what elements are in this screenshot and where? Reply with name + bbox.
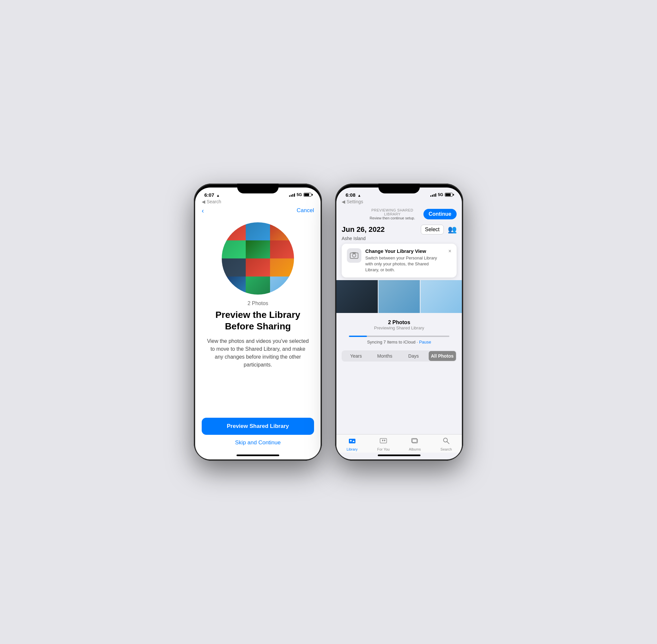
location-label: Ashe Island bbox=[336, 235, 462, 244]
battery-icon-1 bbox=[303, 193, 312, 197]
battery-fill-1 bbox=[304, 193, 309, 196]
home-indicator-1 bbox=[236, 455, 279, 456]
tooltip-description: Switch between your Personal Library wit… bbox=[365, 255, 443, 273]
tab-search[interactable]: Search bbox=[431, 437, 462, 451]
photo-tile-4 bbox=[222, 240, 246, 258]
phone-2: 6:08 ▲ 5G ◀ Settings bbox=[335, 184, 463, 461]
tooltip-close-button[interactable]: × bbox=[448, 248, 451, 254]
bar-2 bbox=[291, 195, 292, 197]
date-row: Jun 26, 2022 Select 👥 bbox=[336, 222, 462, 235]
photo-tile-10 bbox=[222, 277, 246, 295]
pause-link[interactable]: Pause bbox=[419, 340, 431, 345]
back-button-1[interactable]: ‹ bbox=[202, 207, 205, 214]
svg-rect-3 bbox=[349, 439, 356, 443]
phone-1: 6:07 ▲ 5G ◀ Search bbox=[194, 184, 322, 461]
view-toggle: Years Months Days All Photos bbox=[342, 350, 457, 362]
phone1-main-content: 2 Photos Preview the Library Before Shar… bbox=[195, 216, 321, 453]
nav-bar-2: PREVIEWING SHARED LIBRARY Review then co… bbox=[336, 206, 462, 222]
toggle-days[interactable]: Days bbox=[400, 351, 427, 361]
photo-count-label-1: 2 Photos bbox=[247, 300, 268, 306]
svg-rect-2 bbox=[352, 252, 356, 254]
strip-photo-3 bbox=[421, 280, 462, 313]
bar-2-1 bbox=[430, 196, 431, 197]
cancel-button-1[interactable]: Cancel bbox=[297, 207, 314, 214]
photo-tile-2 bbox=[246, 222, 270, 240]
nav-sub-label: Review then continue setup. bbox=[364, 216, 421, 220]
photo-tile-12 bbox=[270, 277, 294, 295]
for-you-tab-icon bbox=[380, 437, 387, 446]
tooltip-title: Change Your Library View bbox=[365, 248, 443, 254]
tab-albums[interactable]: Albums bbox=[399, 437, 431, 451]
bar-3 bbox=[292, 194, 293, 197]
back-label-2: ◀ Settings bbox=[336, 199, 462, 206]
5g-label-2: 5G bbox=[438, 192, 443, 197]
photo-tile-5 bbox=[246, 240, 270, 258]
date-label: Jun 26, 2022 bbox=[342, 225, 385, 234]
battery-fill-2 bbox=[446, 193, 451, 196]
bar-2-4 bbox=[435, 193, 436, 197]
library-tab-icon bbox=[348, 437, 356, 446]
svg-line-9 bbox=[447, 441, 449, 444]
photo-tile-8 bbox=[246, 258, 270, 277]
photo-tile-3 bbox=[270, 222, 294, 240]
tooltip-text-block: Change Your Library View Switch between … bbox=[365, 248, 443, 273]
preview-shared-library-button[interactable]: Preview Shared Library bbox=[202, 418, 314, 435]
previewing-label: PREVIEWING SHARED LIBRARY bbox=[364, 208, 421, 216]
albums-tab-icon bbox=[411, 437, 418, 446]
status-right-2: 5G bbox=[430, 192, 453, 197]
svg-rect-5 bbox=[380, 438, 387, 443]
status-time-1: 6:07 ▲ bbox=[204, 192, 220, 198]
tab-for-you[interactable]: For You bbox=[368, 437, 400, 451]
sync-text: Syncing 7 Items to iCloud · Pause bbox=[367, 340, 431, 345]
photo-tile-1 bbox=[222, 222, 246, 240]
signal-bars-1 bbox=[289, 193, 295, 197]
select-button[interactable]: Select bbox=[421, 225, 444, 234]
continue-button[interactable]: Continue bbox=[424, 209, 457, 220]
tooltip-popup: Change Your Library View Switch between … bbox=[342, 244, 457, 278]
tab-bar-2: Library For You bbox=[336, 434, 462, 453]
time-display-2: 6:08 bbox=[345, 192, 356, 198]
toggle-years[interactable]: Years bbox=[342, 351, 370, 361]
bar-1 bbox=[289, 196, 290, 197]
home-indicator-2 bbox=[378, 455, 421, 456]
for-you-tab-label: For You bbox=[377, 447, 390, 451]
svg-point-4 bbox=[350, 440, 352, 441]
search-tab-icon bbox=[443, 437, 450, 446]
location-arrow-2: ▲ bbox=[357, 193, 361, 198]
nav-bar-1: ‹ Cancel bbox=[195, 204, 321, 216]
toggle-all-photos[interactable]: All Photos bbox=[429, 351, 456, 361]
progress-bar-container bbox=[349, 336, 449, 337]
photo-collage-circle bbox=[222, 222, 294, 295]
svg-point-1 bbox=[353, 254, 356, 257]
bar-2-2 bbox=[432, 195, 433, 197]
skip-continue-button[interactable]: Skip and Continue bbox=[235, 439, 281, 446]
photo-tile-6 bbox=[270, 240, 294, 258]
strip-photo-2 bbox=[379, 280, 420, 313]
people-icon[interactable]: 👥 bbox=[448, 225, 457, 234]
signal-bars-2 bbox=[430, 193, 436, 197]
bar-2-3 bbox=[434, 194, 435, 197]
p2-bottom-section: 2 Photos Previewing Shared Library Synci… bbox=[336, 313, 462, 434]
photo-tile-11 bbox=[246, 277, 270, 295]
albums-tab-label: Albums bbox=[409, 447, 421, 451]
toggle-months[interactable]: Months bbox=[371, 351, 399, 361]
chevron-left-icon-1: ‹ bbox=[202, 207, 204, 214]
photo-strip bbox=[336, 280, 462, 313]
phone-1-screen: 6:07 ▲ 5G ◀ Search bbox=[195, 187, 321, 459]
notch-2 bbox=[379, 184, 420, 193]
strip-photo-1 bbox=[336, 280, 378, 313]
date-controls: Select 👥 bbox=[421, 225, 457, 234]
tab-library[interactable]: Library bbox=[336, 437, 368, 451]
back-label-1: ◀ Search bbox=[195, 199, 321, 204]
p2-preview-label: Previewing Shared Library bbox=[374, 325, 424, 330]
p2-photo-count: 2 Photos bbox=[388, 320, 410, 325]
main-description-1: View the photos and videos you've select… bbox=[195, 337, 321, 369]
tooltip-icon bbox=[347, 248, 361, 263]
5g-label-1: 5G bbox=[297, 192, 302, 197]
photo-tile-7 bbox=[222, 258, 246, 277]
time-display-1: 6:07 bbox=[204, 192, 214, 198]
progress-bar-fill bbox=[349, 336, 367, 337]
notch-1 bbox=[237, 184, 278, 193]
search-tab-label: Search bbox=[440, 447, 452, 451]
phone-2-screen: 6:08 ▲ 5G ◀ Settings bbox=[336, 187, 462, 459]
